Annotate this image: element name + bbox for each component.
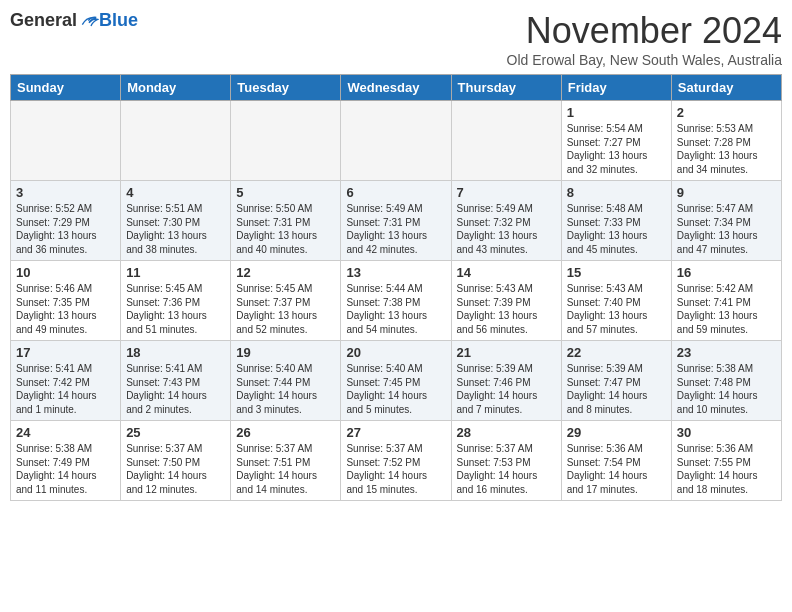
day-info: Sunrise: 5:52 AM Sunset: 7:29 PM Dayligh… [16,202,115,256]
calendar-cell: 12Sunrise: 5:45 AM Sunset: 7:37 PM Dayli… [231,261,341,341]
day-number: 20 [346,345,445,360]
weekday-header-sunday: Sunday [11,75,121,101]
day-info: Sunrise: 5:41 AM Sunset: 7:42 PM Dayligh… [16,362,115,416]
day-number: 14 [457,265,556,280]
day-number: 12 [236,265,335,280]
day-info: Sunrise: 5:45 AM Sunset: 7:37 PM Dayligh… [236,282,335,336]
logo-blue-text: Blue [99,10,138,31]
day-info: Sunrise: 5:54 AM Sunset: 7:27 PM Dayligh… [567,122,666,176]
calendar-cell: 25Sunrise: 5:37 AM Sunset: 7:50 PM Dayli… [121,421,231,501]
calendar-cell: 15Sunrise: 5:43 AM Sunset: 7:40 PM Dayli… [561,261,671,341]
day-number: 18 [126,345,225,360]
day-info: Sunrise: 5:39 AM Sunset: 7:46 PM Dayligh… [457,362,556,416]
day-info: Sunrise: 5:43 AM Sunset: 7:39 PM Dayligh… [457,282,556,336]
page-header: General Blue November 2024 Old Erowal Ba… [10,10,782,68]
day-number: 4 [126,185,225,200]
day-number: 15 [567,265,666,280]
calendar-cell: 23Sunrise: 5:38 AM Sunset: 7:48 PM Dayli… [671,341,781,421]
day-number: 24 [16,425,115,440]
day-info: Sunrise: 5:37 AM Sunset: 7:50 PM Dayligh… [126,442,225,496]
calendar-cell: 22Sunrise: 5:39 AM Sunset: 7:47 PM Dayli… [561,341,671,421]
calendar-cell: 4Sunrise: 5:51 AM Sunset: 7:30 PM Daylig… [121,181,231,261]
day-info: Sunrise: 5:39 AM Sunset: 7:47 PM Dayligh… [567,362,666,416]
calendar-cell: 6Sunrise: 5:49 AM Sunset: 7:31 PM Daylig… [341,181,451,261]
calendar-cell: 17Sunrise: 5:41 AM Sunset: 7:42 PM Dayli… [11,341,121,421]
calendar-cell: 13Sunrise: 5:44 AM Sunset: 7:38 PM Dayli… [341,261,451,341]
weekday-header-wednesday: Wednesday [341,75,451,101]
week-row-1: 1Sunrise: 5:54 AM Sunset: 7:27 PM Daylig… [11,101,782,181]
title-section: November 2024 Old Erowal Bay, New South … [507,10,782,68]
calendar-cell: 16Sunrise: 5:42 AM Sunset: 7:41 PM Dayli… [671,261,781,341]
calendar-cell: 9Sunrise: 5:47 AM Sunset: 7:34 PM Daylig… [671,181,781,261]
day-info: Sunrise: 5:38 AM Sunset: 7:49 PM Dayligh… [16,442,115,496]
day-number: 22 [567,345,666,360]
week-row-4: 17Sunrise: 5:41 AM Sunset: 7:42 PM Dayli… [11,341,782,421]
day-info: Sunrise: 5:36 AM Sunset: 7:55 PM Dayligh… [677,442,776,496]
calendar-cell: 8Sunrise: 5:48 AM Sunset: 7:33 PM Daylig… [561,181,671,261]
day-info: Sunrise: 5:48 AM Sunset: 7:33 PM Dayligh… [567,202,666,256]
day-number: 1 [567,105,666,120]
weekday-header-friday: Friday [561,75,671,101]
day-info: Sunrise: 5:45 AM Sunset: 7:36 PM Dayligh… [126,282,225,336]
week-row-5: 24Sunrise: 5:38 AM Sunset: 7:49 PM Dayli… [11,421,782,501]
day-info: Sunrise: 5:37 AM Sunset: 7:52 PM Dayligh… [346,442,445,496]
day-info: Sunrise: 5:53 AM Sunset: 7:28 PM Dayligh… [677,122,776,176]
day-info: Sunrise: 5:40 AM Sunset: 7:45 PM Dayligh… [346,362,445,416]
day-number: 28 [457,425,556,440]
weekday-header-tuesday: Tuesday [231,75,341,101]
calendar-cell: 5Sunrise: 5:50 AM Sunset: 7:31 PM Daylig… [231,181,341,261]
day-info: Sunrise: 5:41 AM Sunset: 7:43 PM Dayligh… [126,362,225,416]
day-info: Sunrise: 5:37 AM Sunset: 7:51 PM Dayligh… [236,442,335,496]
day-number: 9 [677,185,776,200]
calendar-cell: 7Sunrise: 5:49 AM Sunset: 7:32 PM Daylig… [451,181,561,261]
calendar-cell: 28Sunrise: 5:37 AM Sunset: 7:53 PM Dayli… [451,421,561,501]
week-row-2: 3Sunrise: 5:52 AM Sunset: 7:29 PM Daylig… [11,181,782,261]
day-info: Sunrise: 5:43 AM Sunset: 7:40 PM Dayligh… [567,282,666,336]
day-info: Sunrise: 5:37 AM Sunset: 7:53 PM Dayligh… [457,442,556,496]
day-info: Sunrise: 5:50 AM Sunset: 7:31 PM Dayligh… [236,202,335,256]
day-info: Sunrise: 5:47 AM Sunset: 7:34 PM Dayligh… [677,202,776,256]
calendar-cell [121,101,231,181]
calendar-cell [451,101,561,181]
logo-general-text: General [10,10,77,31]
day-number: 29 [567,425,666,440]
month-title: November 2024 [507,10,782,52]
day-number: 23 [677,345,776,360]
day-number: 2 [677,105,776,120]
day-number: 7 [457,185,556,200]
day-number: 6 [346,185,445,200]
day-info: Sunrise: 5:36 AM Sunset: 7:54 PM Dayligh… [567,442,666,496]
logo-bird-icon [79,11,99,31]
week-row-3: 10Sunrise: 5:46 AM Sunset: 7:35 PM Dayli… [11,261,782,341]
day-number: 16 [677,265,776,280]
day-number: 17 [16,345,115,360]
day-number: 3 [16,185,115,200]
calendar-cell: 24Sunrise: 5:38 AM Sunset: 7:49 PM Dayli… [11,421,121,501]
calendar-cell: 11Sunrise: 5:45 AM Sunset: 7:36 PM Dayli… [121,261,231,341]
location-text: Old Erowal Bay, New South Wales, Austral… [507,52,782,68]
calendar-table: SundayMondayTuesdayWednesdayThursdayFrid… [10,74,782,501]
day-info: Sunrise: 5:38 AM Sunset: 7:48 PM Dayligh… [677,362,776,416]
weekday-header-thursday: Thursday [451,75,561,101]
day-info: Sunrise: 5:49 AM Sunset: 7:32 PM Dayligh… [457,202,556,256]
day-info: Sunrise: 5:40 AM Sunset: 7:44 PM Dayligh… [236,362,335,416]
logo: General Blue [10,10,138,31]
calendar-cell: 3Sunrise: 5:52 AM Sunset: 7:29 PM Daylig… [11,181,121,261]
calendar-cell: 1Sunrise: 5:54 AM Sunset: 7:27 PM Daylig… [561,101,671,181]
calendar-cell: 21Sunrise: 5:39 AM Sunset: 7:46 PM Dayli… [451,341,561,421]
calendar-cell: 18Sunrise: 5:41 AM Sunset: 7:43 PM Dayli… [121,341,231,421]
calendar-cell [231,101,341,181]
day-number: 25 [126,425,225,440]
day-info: Sunrise: 5:51 AM Sunset: 7:30 PM Dayligh… [126,202,225,256]
day-info: Sunrise: 5:49 AM Sunset: 7:31 PM Dayligh… [346,202,445,256]
day-number: 11 [126,265,225,280]
calendar-cell [11,101,121,181]
day-number: 26 [236,425,335,440]
calendar-cell: 26Sunrise: 5:37 AM Sunset: 7:51 PM Dayli… [231,421,341,501]
day-info: Sunrise: 5:42 AM Sunset: 7:41 PM Dayligh… [677,282,776,336]
calendar-cell: 30Sunrise: 5:36 AM Sunset: 7:55 PM Dayli… [671,421,781,501]
day-number: 27 [346,425,445,440]
day-number: 10 [16,265,115,280]
calendar-cell: 27Sunrise: 5:37 AM Sunset: 7:52 PM Dayli… [341,421,451,501]
calendar-cell: 10Sunrise: 5:46 AM Sunset: 7:35 PM Dayli… [11,261,121,341]
